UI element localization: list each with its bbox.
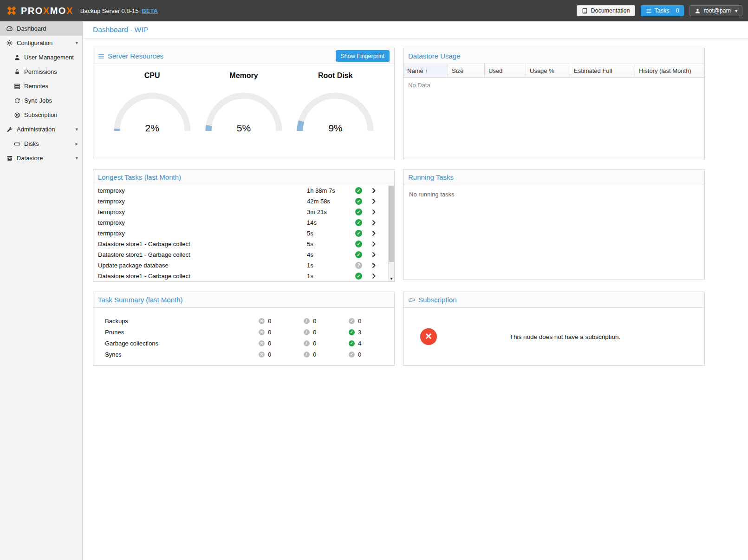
sidebar-item-disks[interactable]: Disks ▸ bbox=[0, 137, 82, 151]
sidebar: Dashboard Configuration ▾ User Managemen… bbox=[0, 21, 83, 560]
resource-bars-icon bbox=[98, 53, 104, 59]
sidebar-item-datastore[interactable]: Datastore ▾ bbox=[0, 151, 82, 165]
server-icon bbox=[13, 83, 21, 90]
brand-text: PROXMOX bbox=[21, 6, 73, 16]
chevron-right-icon[interactable] bbox=[372, 230, 384, 236]
product-version: Backup Server 0.8-15 bbox=[80, 7, 139, 14]
column-header-usage-pct[interactable]: Usage % bbox=[526, 64, 570, 77]
chevron-down-icon[interactable]: ▾ bbox=[75, 126, 78, 132]
chevron-down-icon[interactable]: ▾ bbox=[75, 155, 78, 161]
error-count: 0 bbox=[268, 351, 271, 358]
tasks-button[interactable]: Tasks 0 bbox=[641, 5, 684, 16]
chevron-right-icon[interactable] bbox=[372, 209, 384, 215]
longest-tasks-header: Longest Tasks (last Month) bbox=[93, 169, 394, 185]
task-duration: 3m 21s bbox=[307, 208, 355, 215]
ok-status-icon bbox=[355, 273, 362, 280]
main-area: Dashboard - WIP Server Resources Show Fi… bbox=[83, 21, 748, 560]
task-summary-header: Task Summary (last Month) bbox=[93, 292, 394, 308]
task-list-icon bbox=[646, 8, 652, 14]
sidebar-item-permissions[interactable]: Permissions bbox=[0, 65, 82, 79]
chevron-right-icon[interactable] bbox=[372, 241, 384, 247]
server-resources-header: Server Resources Show Fingerprint bbox=[93, 48, 394, 64]
sidebar-item-administration[interactable]: Administration ▾ bbox=[0, 122, 82, 137]
chevron-right-icon[interactable] bbox=[372, 273, 384, 279]
show-fingerprint-button[interactable]: Show Fingerprint bbox=[336, 50, 390, 62]
running-tasks-header: Running Tasks bbox=[403, 169, 704, 185]
running-tasks-panel: Running Tasks No running tasks bbox=[403, 169, 705, 280]
ok-count: 3 bbox=[358, 329, 361, 336]
task-duration: 5s bbox=[307, 241, 355, 247]
sidebar-item-configuration[interactable]: Configuration ▾ bbox=[0, 36, 82, 50]
sidebar-item-label: Sync Jobs bbox=[24, 97, 52, 104]
gauge-label: CPU bbox=[111, 72, 194, 80]
page-header: Dashboard - WIP bbox=[83, 21, 748, 39]
task-name: termproxy bbox=[98, 230, 307, 237]
warning-count: 0 bbox=[313, 340, 316, 347]
task-row[interactable]: termproxy 1h 38m 7s bbox=[93, 185, 394, 196]
task-row[interactable]: termproxy 42m 58s bbox=[93, 196, 394, 207]
task-name: Datastore store1 - Garbage collect bbox=[98, 251, 307, 258]
chevron-down-icon[interactable]: ▾ bbox=[75, 40, 78, 46]
gears-icon bbox=[6, 39, 13, 46]
error-count: 0 bbox=[268, 329, 271, 336]
chevron-right-icon[interactable] bbox=[372, 198, 384, 204]
task-row[interactable]: termproxy 5s bbox=[93, 228, 394, 239]
no-data-text: No Data bbox=[403, 78, 704, 93]
sidebar-item-user-management[interactable]: User Management bbox=[0, 50, 82, 65]
chevron-right-icon[interactable] bbox=[372, 220, 384, 226]
subscription-body: This node does not have a subscription. bbox=[403, 308, 704, 365]
column-header-estimated-full[interactable]: Estimated Full bbox=[570, 64, 635, 77]
subscription-message: This node does not have a subscription. bbox=[437, 333, 693, 340]
beta-link[interactable]: BETA bbox=[142, 7, 157, 14]
task-name: termproxy bbox=[98, 198, 307, 205]
task-row[interactable]: Datastore store1 - Garbage collect 4s bbox=[93, 249, 394, 260]
subscription-header: Subscription bbox=[403, 292, 704, 308]
sidebar-item-remotes[interactable]: Remotes bbox=[0, 79, 82, 93]
task-row[interactable]: Update package database 1s bbox=[93, 260, 394, 271]
chevron-right-icon[interactable]: ▸ bbox=[75, 141, 78, 147]
chevron-right-icon[interactable] bbox=[372, 262, 384, 268]
task-duration: 1s bbox=[307, 262, 355, 269]
task-duration: 4s bbox=[307, 251, 355, 258]
summary-row: Garbage collections 0 0 4 bbox=[105, 338, 394, 349]
chevron-right-icon[interactable] bbox=[372, 188, 384, 194]
warning-count: 0 bbox=[313, 351, 316, 358]
unlock-icon bbox=[13, 69, 21, 75]
task-row[interactable]: Datastore store1 - Garbage collect 1s bbox=[93, 271, 394, 281]
scrollbar-down-arrow[interactable]: ▼ bbox=[389, 277, 394, 281]
ok-count: 0 bbox=[358, 318, 361, 325]
ok-count: 0 bbox=[358, 351, 361, 358]
gauge-value: 2% bbox=[111, 123, 194, 134]
topbar-actions: Documentation Tasks 0 root@pam ▾ bbox=[577, 5, 742, 16]
scrollbar-thumb[interactable] bbox=[389, 186, 394, 262]
user-menu-button[interactable]: root@pam ▾ bbox=[689, 5, 742, 16]
ok-count-icon bbox=[349, 340, 355, 346]
task-row[interactable]: Datastore store1 - Garbage collect 5s bbox=[93, 239, 394, 249]
task-row[interactable]: termproxy 14s bbox=[93, 217, 394, 228]
ticket-icon bbox=[408, 296, 415, 303]
tachometer-icon bbox=[6, 25, 13, 32]
sidebar-item-sync-jobs[interactable]: Sync Jobs bbox=[0, 93, 82, 108]
column-header-name[interactable]: Name ↑ bbox=[403, 64, 448, 77]
gauge-value: 9% bbox=[293, 123, 377, 134]
hdd-icon bbox=[13, 141, 21, 147]
longest-tasks-title: Longest Tasks (last Month) bbox=[98, 173, 181, 181]
task-summary-panel: Task Summary (last Month) Backups 0 0 0 … bbox=[93, 292, 395, 366]
task-name: Datastore store1 - Garbage collect bbox=[98, 241, 307, 247]
sidebar-item-subscription[interactable]: Subscription bbox=[0, 108, 82, 122]
scrollbar[interactable]: ▼ bbox=[388, 185, 394, 281]
column-header-size[interactable]: Size bbox=[448, 64, 485, 77]
column-header-used[interactable]: Used bbox=[485, 64, 526, 77]
subscription-title: Subscription bbox=[408, 296, 457, 304]
sidebar-item-dashboard[interactable]: Dashboard bbox=[0, 21, 82, 36]
task-row[interactable]: termproxy 3m 21s bbox=[93, 207, 394, 217]
summary-label: Syncs bbox=[105, 351, 259, 358]
task-duration: 1h 38m 7s bbox=[307, 187, 355, 194]
chevron-right-icon[interactable] bbox=[372, 252, 384, 258]
ok-status-icon bbox=[355, 230, 362, 237]
datastore-usage-column-headers: Name ↑ Size Used Usage % Estimated Full … bbox=[403, 64, 704, 78]
sort-asc-icon: ↑ bbox=[425, 68, 428, 73]
column-header-history[interactable]: History (last Month) bbox=[635, 64, 704, 77]
documentation-button[interactable]: Documentation bbox=[577, 5, 635, 16]
ok-count: 4 bbox=[358, 340, 361, 347]
